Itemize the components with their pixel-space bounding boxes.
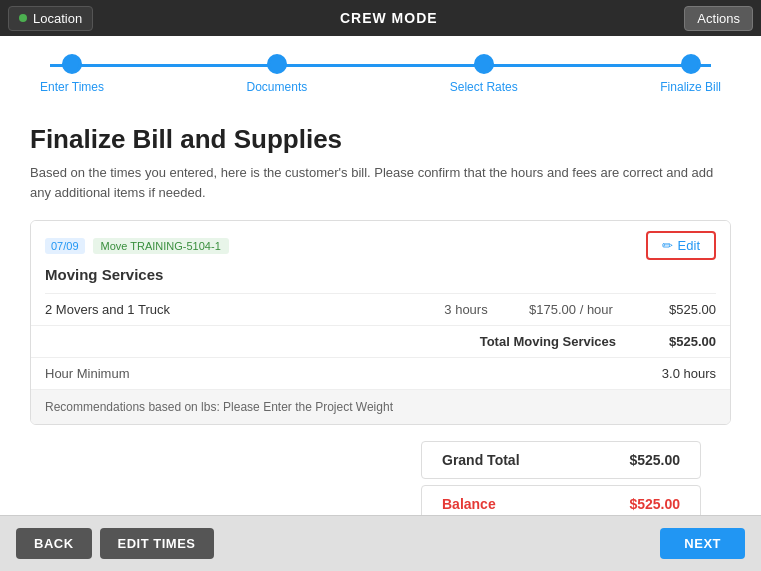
footer: BACK EDIT TIMES NEXT <box>0 515 761 571</box>
balance-label: Balance <box>442 496 496 512</box>
step-finalize-bill: Finalize Bill <box>660 54 721 94</box>
step-dot-select-rates <box>474 54 494 74</box>
card-header: 07/09 Move TRAINING-5104-1 ✏ Edit <box>31 221 730 266</box>
edit-times-button[interactable]: EDIT TIMES <box>100 528 214 559</box>
step-label-select-rates: Select Rates <box>450 80 518 94</box>
step-dot-finalize-bill <box>681 54 701 74</box>
actions-button[interactable]: Actions <box>684 6 753 31</box>
hour-minimum-value: 3.0 hours <box>662 366 716 381</box>
step-dot-enter-times <box>62 54 82 74</box>
service-row: 2 Movers and 1 Truck 3 hours $175.00 / h… <box>45 293 716 325</box>
grand-total-section: Grand Total $525.00 Balance $525.00 <box>30 441 731 523</box>
service-rate: $175.00 / hour <box>506 302 636 317</box>
grand-total-label: Grand Total <box>442 452 520 468</box>
pencil-icon: ✏ <box>662 238 673 253</box>
edit-button-label: Edit <box>678 238 700 253</box>
date-badge: 07/09 <box>45 238 85 254</box>
edit-button[interactable]: ✏ Edit <box>646 231 716 260</box>
main-content: Finalize Bill and Supplies Based on the … <box>0 104 761 553</box>
progress-bar: Enter Times Documents Select Rates Final… <box>0 36 761 104</box>
footer-left-buttons: BACK EDIT TIMES <box>16 528 214 559</box>
location-button[interactable]: Location <box>8 6 93 31</box>
next-button[interactable]: NEXT <box>660 528 745 559</box>
app-header: Location CREW MODE Actions <box>0 0 761 36</box>
service-card: 07/09 Move TRAINING-5104-1 ✏ Edit Moving… <box>30 220 731 425</box>
step-enter-times: Enter Times <box>40 54 104 94</box>
page-title: Finalize Bill and Supplies <box>30 124 731 155</box>
grand-total-row: Grand Total $525.00 <box>421 441 701 479</box>
recommendation-row: Recommendations based on lbs: Please Ent… <box>31 389 730 424</box>
total-moving-label: Total Moving Services <box>480 334 616 349</box>
service-amount: $525.00 <box>636 302 716 317</box>
recommendation-text: Recommendations based on lbs: Please Ent… <box>45 400 393 414</box>
location-status-dot <box>19 14 27 22</box>
service-hours: 3 hours <box>426 302 506 317</box>
progress-line <box>50 64 711 67</box>
service-name: 2 Movers and 1 Truck <box>45 302 426 317</box>
move-badge: Move TRAINING-5104-1 <box>93 238 229 254</box>
step-select-rates: Select Rates <box>450 54 518 94</box>
back-button[interactable]: BACK <box>16 528 92 559</box>
hour-minimum-label: Hour Minimum <box>45 366 662 381</box>
step-label-documents: Documents <box>247 80 308 94</box>
section-title: Moving Services <box>31 266 730 293</box>
total-row: Total Moving Services $525.00 <box>31 325 730 357</box>
card-body: 2 Movers and 1 Truck 3 hours $175.00 / h… <box>31 293 730 325</box>
page-description: Based on the times you entered, here is … <box>30 163 731 202</box>
step-label-finalize-bill: Finalize Bill <box>660 80 721 94</box>
app-title: CREW MODE <box>340 10 438 26</box>
card-badges: 07/09 Move TRAINING-5104-1 <box>45 238 229 254</box>
total-moving-value: $525.00 <box>636 334 716 349</box>
step-documents: Documents <box>247 54 308 94</box>
balance-value: $525.00 <box>629 496 680 512</box>
grand-total-value: $525.00 <box>629 452 680 468</box>
step-dot-documents <box>267 54 287 74</box>
step-label-enter-times: Enter Times <box>40 80 104 94</box>
hour-minimum-row: Hour Minimum 3.0 hours <box>31 357 730 389</box>
location-label: Location <box>33 11 82 26</box>
